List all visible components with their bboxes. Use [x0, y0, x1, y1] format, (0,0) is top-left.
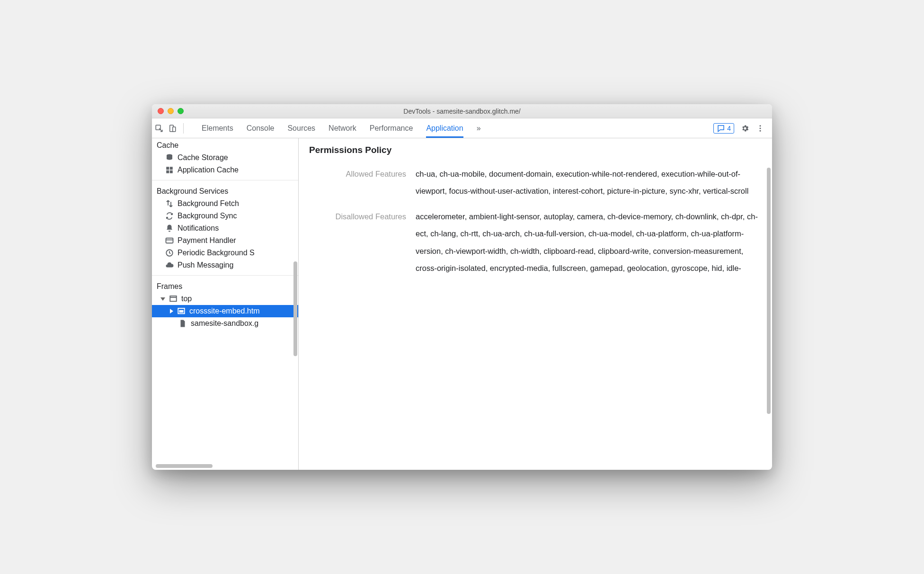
main-panel: Permissions Policy Allowed Features ch-u…	[299, 138, 772, 470]
section-cache: Cache	[152, 138, 298, 152]
sidebar-item-payment-handler[interactable]: Payment Handler	[152, 234, 298, 247]
sidebar-item-label: Cache Storage	[178, 153, 228, 162]
tab-network[interactable]: Network	[329, 118, 356, 138]
sidebar-item-background-sync[interactable]: Background Sync	[152, 210, 298, 222]
arrows-icon	[165, 199, 174, 208]
svg-point-3	[760, 125, 761, 126]
window-frame-icon	[169, 295, 178, 303]
tab-performance[interactable]: Performance	[370, 118, 413, 138]
row-label: Disallowed Features	[309, 208, 406, 277]
clock-icon	[165, 249, 174, 257]
svg-rect-14	[170, 296, 177, 301]
devtools-window: DevTools - samesite-sandbox.glitch.me/ E…	[152, 104, 772, 470]
cloud-icon	[165, 261, 174, 269]
svg-point-5	[760, 130, 761, 131]
window-title: DevTools - samesite-sandbox.glitch.me/	[152, 108, 772, 115]
divider	[152, 275, 298, 276]
sidebar-item-label: Periodic Background S	[178, 249, 255, 257]
tab-sources[interactable]: Sources	[287, 118, 315, 138]
issue-count: 4	[727, 125, 731, 132]
maximize-window-button[interactable]	[178, 108, 184, 114]
database-icon	[165, 153, 174, 162]
grid-icon	[165, 166, 174, 174]
main-vscrollbar[interactable]	[767, 168, 771, 414]
expand-toggle-icon[interactable]	[160, 297, 165, 301]
frame-label: samesite-sandbox.g	[191, 319, 258, 328]
sidebar-item-label: Payment Handler	[178, 236, 236, 245]
tab-overflow-button[interactable]: »	[477, 118, 481, 138]
inspect-icon[interactable]	[155, 124, 163, 133]
frame-samesite-sandbox[interactable]: samesite-sandbox.g	[152, 317, 298, 330]
separator	[183, 123, 184, 134]
sidebar-item-label: Push Messaging	[178, 261, 233, 269]
expand-toggle-icon[interactable]	[170, 309, 173, 314]
svg-rect-17	[179, 310, 184, 313]
svg-rect-11	[166, 238, 173, 243]
svg-rect-9	[166, 170, 169, 173]
sidebar-item-cache-storage[interactable]: Cache Storage	[152, 152, 298, 164]
frame-crosssite-embed[interactable]: crosssite-embed.htm	[152, 305, 298, 317]
frame-label: top	[181, 295, 192, 303]
devtools-tabbar: Elements Console Sources Network Perform…	[152, 118, 772, 138]
sidebar-item-label: Application Cache	[178, 166, 239, 174]
sidebar-item-push-messaging[interactable]: Push Messaging	[152, 259, 298, 271]
tab-application[interactable]: Application	[426, 118, 463, 138]
sidebar-item-label: Background Fetch	[178, 199, 239, 208]
card-icon	[165, 236, 174, 245]
window-controls	[152, 108, 184, 114]
permissions-row-disallowed: Disallowed Features accelerometer, ambie…	[309, 208, 762, 277]
minimize-window-button[interactable]	[168, 108, 174, 114]
frame-top[interactable]: top	[152, 293, 298, 305]
sidebar-vscrollbar[interactable]	[293, 261, 297, 356]
application-sidebar: Cache Cache Storage Application Cache Ba…	[152, 138, 299, 470]
tab-console[interactable]: Console	[247, 118, 275, 138]
issues-badge[interactable]: 4	[713, 123, 734, 134]
sidebar-item-notifications[interactable]: Notifications	[152, 222, 298, 234]
bell-icon	[165, 224, 174, 233]
permissions-row-allowed: Allowed Features ch-ua, ch-ua-mobile, do…	[309, 165, 762, 200]
tab-elements[interactable]: Elements	[202, 118, 233, 138]
section-frames: Frames	[152, 279, 298, 293]
svg-point-4	[760, 127, 761, 129]
settings-icon[interactable]	[741, 124, 749, 133]
svg-rect-2	[173, 127, 176, 132]
svg-rect-7	[166, 167, 169, 170]
device-toggle-icon[interactable]	[168, 124, 177, 133]
panel-heading: Permissions Policy	[309, 144, 762, 157]
sidebar-item-background-fetch[interactable]: Background Fetch	[152, 197, 298, 210]
row-value: accelerometer, ambient-light-sensor, aut…	[416, 208, 762, 277]
titlebar: DevTools - samesite-sandbox.glitch.me/	[152, 104, 772, 118]
svg-rect-10	[170, 170, 173, 173]
divider	[152, 180, 298, 180]
row-label: Allowed Features	[309, 165, 406, 200]
sidebar-hscrollbar[interactable]	[156, 464, 213, 468]
sidebar-item-label: Notifications	[178, 224, 219, 233]
file-icon	[178, 319, 187, 328]
svg-rect-8	[170, 167, 173, 170]
section-background-services: Background Services	[152, 184, 298, 197]
row-value: ch-ua, ch-ua-mobile, document-domain, ex…	[416, 165, 762, 200]
sync-icon	[165, 212, 174, 220]
message-icon	[717, 124, 725, 133]
close-window-button[interactable]	[158, 108, 164, 114]
frame-label: crosssite-embed.htm	[189, 307, 260, 315]
embed-frame-icon	[177, 307, 186, 315]
sidebar-item-periodic-bg-sync[interactable]: Periodic Background S	[152, 247, 298, 259]
sidebar-item-application-cache[interactable]: Application Cache	[152, 164, 298, 176]
content-area: Cache Cache Storage Application Cache Ba…	[152, 138, 772, 470]
more-icon[interactable]	[756, 124, 764, 133]
sidebar-item-label: Background Sync	[178, 212, 237, 220]
